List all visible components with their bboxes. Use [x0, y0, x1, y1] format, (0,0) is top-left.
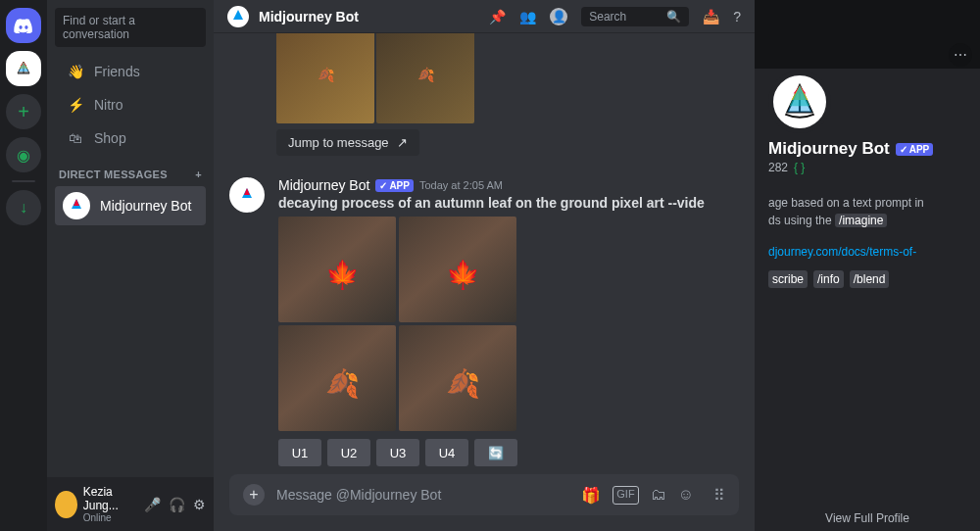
inbox-icon[interactable]: 📥 [703, 9, 719, 24]
gift-icon[interactable]: 🎁 [581, 486, 601, 505]
nav-shop-label: Shop [94, 130, 126, 146]
discord-home-button[interactable] [6, 8, 41, 43]
user-settings-icon[interactable]: ⚙ [193, 497, 206, 512]
channel-header: Midjourney Bot 📌 👥 👤 Search🔍 📥 ? [214, 0, 755, 33]
jump-label: Jump to message [288, 135, 389, 150]
cmd-blend: /blend [850, 270, 890, 288]
sticker-icon[interactable]: 🗂 [651, 486, 666, 505]
composer-placeholder: Message @Midjourney Bot [276, 487, 569, 503]
grid-image[interactable]: 🍂 [399, 325, 516, 431]
message-avatar[interactable] [229, 177, 265, 213]
shop-icon: 🛍 [67, 130, 84, 146]
profile-avatar[interactable] [768, 71, 831, 133]
profile-more-button[interactable]: ⋯ [949, 43, 972, 67]
search-icon: 🔍 [666, 10, 681, 24]
message-text: decaying process of an autumn leaf on th… [278, 195, 739, 211]
header-title: Midjourney Bot [259, 9, 479, 24]
prev-image[interactable]: 🍂 [276, 33, 374, 123]
search-placeholder: Search [589, 10, 626, 24]
prev-image[interactable]: 🍂 [376, 33, 474, 123]
message-author[interactable]: Midjourney Bot [278, 177, 369, 193]
header-avatar [227, 6, 249, 27]
friends-icon: 👋 [67, 64, 84, 79]
user-name: Kezia Jung... [83, 485, 138, 512]
nav-friends[interactable]: 👋Friends [55, 56, 206, 87]
image-grid[interactable]: 🍁 🍁 🍂 🍂 [278, 217, 516, 431]
deafen-icon[interactable]: 🎧 [169, 497, 185, 512]
help-icon[interactable]: ? [733, 9, 741, 24]
cmd-imagine: /imagine [835, 214, 887, 227]
user-info[interactable]: Kezia Jung...Online [83, 485, 138, 523]
add-friends-icon[interactable]: 👥 [519, 9, 536, 24]
reroll-button[interactable]: 🔄 [474, 439, 517, 466]
nav-friends-label: Friends [94, 64, 140, 79]
profile-discriminator: 282{ } [768, 161, 966, 174]
apps-icon[interactable]: ⠿ [713, 486, 725, 505]
app-badge: ✓ APP [896, 143, 934, 156]
dm-entry-midjourney[interactable]: Midjourney Bot [55, 186, 206, 225]
app-badge-label: APP [389, 180, 410, 191]
nav-shop[interactable]: 🛍Shop [55, 122, 206, 154]
grid-image[interactable]: 🍁 [278, 217, 396, 322]
nav-nitro-label: Nitro [94, 97, 123, 113]
server-list: + ◉ ↓ [0, 0, 47, 531]
add-server-button[interactable]: + [6, 94, 41, 129]
nitro-icon: ⚡ [67, 97, 84, 113]
grid-image[interactable]: 🍁 [399, 217, 516, 322]
profile-name: Midjourney Bot✓ APP [768, 139, 966, 159]
app-badge: ✓ APP [375, 179, 414, 192]
u1-button[interactable]: U1 [278, 439, 321, 466]
u4-button[interactable]: U4 [425, 439, 468, 466]
dm-heading: DIRECT MESSAGES+ [47, 155, 214, 184]
pin-icon[interactable]: 📌 [489, 9, 506, 24]
message: Midjourney Bot ✓ APP Today at 2:05 AM de… [229, 177, 739, 474]
user-panel: Kezia Jung...Online 🎤 🎧 ⚙ [47, 477, 214, 531]
profile-description: age based on a text prompt in ds using t… [768, 194, 966, 288]
prev-attachment-grid: 🍂 🍂 [276, 33, 739, 123]
jump-to-message-button[interactable]: Jump to message↗ [276, 129, 419, 156]
mute-mic-icon[interactable]: 🎤 [144, 497, 161, 512]
chat-area: 🍂 🍂 Jump to message↗ Midjourney Bot ✓ AP… [214, 33, 755, 474]
dev-badge-icon: { } [794, 161, 805, 174]
find-conversation-input[interactable]: Find or start a conversation [55, 8, 206, 47]
divider [12, 180, 35, 182]
dm-sidebar: Find or start a conversation 👋Friends ⚡N… [47, 0, 214, 531]
server-midjourney[interactable] [6, 51, 41, 86]
profile-banner [755, 0, 980, 69]
main-column: Midjourney Bot 📌 👥 👤 Search🔍 📥 ? 🍂 🍂 Jum… [214, 0, 755, 531]
cmd-scribe: scribe [768, 270, 808, 288]
discover-button[interactable]: ◉ [6, 137, 41, 172]
message-composer[interactable]: + Message @Midjourney Bot 🎁 GIF 🗂 ☺ ⠿ [229, 474, 739, 515]
docs-link[interactable]: djourney.com/docs/terms-of- [768, 245, 916, 259]
external-icon: ↗ [397, 135, 408, 150]
search-input[interactable]: Search🔍 [581, 7, 689, 26]
create-dm-icon[interactable]: + [195, 169, 202, 180]
profile-icon[interactable]: 👤 [550, 8, 567, 25]
gif-icon[interactable]: GIF [612, 486, 638, 505]
view-full-profile-button[interactable]: View Full Profile [755, 511, 980, 525]
attach-button[interactable]: + [243, 484, 265, 506]
u2-button[interactable]: U2 [327, 439, 370, 466]
dm-entry-label: Midjourney Bot [100, 198, 191, 214]
user-avatar[interactable] [55, 491, 77, 518]
message-timestamp: Today at 2:05 AM [419, 179, 503, 191]
download-apps-button[interactable]: ↓ [6, 190, 41, 225]
grid-image[interactable]: 🍂 [278, 325, 396, 431]
upscale-row: U1 U2 U3 U4 🔄 [278, 439, 739, 466]
u3-button[interactable]: U3 [376, 439, 419, 466]
dm-avatar [63, 192, 90, 219]
nav-nitro[interactable]: ⚡Nitro [55, 89, 206, 121]
cmd-info: /info [813, 270, 844, 288]
emoji-picker-icon[interactable]: ☺ [678, 486, 694, 505]
dm-heading-label: DIRECT MESSAGES [59, 169, 168, 180]
user-status: Online [83, 512, 138, 523]
profile-panel: ⋯ Midjourney Bot✓ APP 282{ } age based o… [755, 0, 980, 531]
